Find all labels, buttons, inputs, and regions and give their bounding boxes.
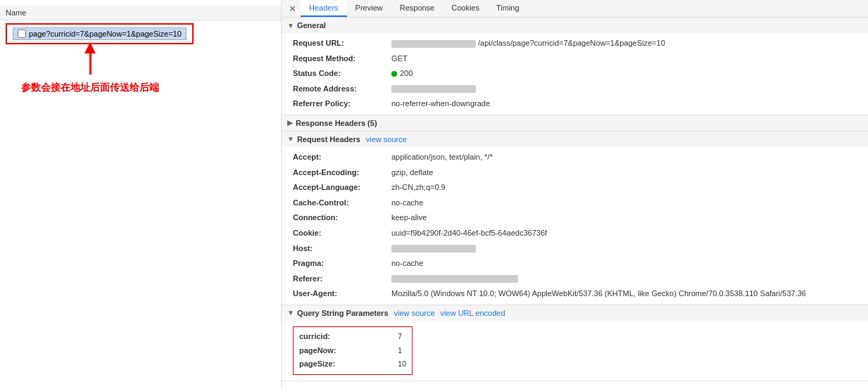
field-accept: Accept: application/json, text/plain, */… bbox=[282, 150, 868, 165]
annotation-text: 参数会接在地址后面传送给后端 bbox=[21, 82, 159, 94]
field-value-method: GET bbox=[391, 53, 408, 65]
query-params-box: curricid: 7 pageNow: 1 pageSize: 10 bbox=[293, 326, 413, 375]
field-cookie: Cookie: uuid=f9b4290f-2d40-46ef-bcf5-64a… bbox=[282, 226, 868, 241]
field-value-user-agent: Mozilla/5.0 (Windows NT 10.0; WOW64) App… bbox=[391, 288, 806, 300]
request-headers-content: Accept: application/json, text/plain, */… bbox=[282, 147, 868, 305]
field-label-pragma: Pragma: bbox=[293, 257, 391, 270]
general-title: General bbox=[297, 21, 326, 30]
query-string-section: ▼ Query String Parameters view source vi… bbox=[282, 305, 868, 381]
redacted-host bbox=[391, 245, 476, 253]
param-curricid: curricid: 7 bbox=[299, 330, 406, 344]
field-label-accept: Accept: bbox=[293, 151, 391, 164]
general-section-header[interactable]: ▼ General bbox=[282, 18, 868, 33]
request-headers-section-header[interactable]: ▼ Request Headers view source bbox=[282, 132, 868, 147]
response-headers-title: Response Headers (5) bbox=[296, 119, 377, 127]
field-referrer-policy: Referrer Policy: no-referrer-when-downgr… bbox=[282, 96, 868, 112]
param-value-pagenow: 1 bbox=[398, 345, 402, 357]
query-string-view-source[interactable]: view source bbox=[394, 309, 435, 317]
field-label-cache-control: Cache-Control: bbox=[293, 197, 391, 210]
field-connection: Connection: keep-alive bbox=[282, 210, 868, 226]
field-request-url: Request URL: /api/class/page?curricid=7&… bbox=[282, 36, 868, 51]
field-label-referrer-policy: Referrer Policy: bbox=[293, 98, 391, 110]
status-green-dot bbox=[391, 71, 397, 77]
name-column-header: Name bbox=[0, 6, 281, 20]
field-value-referrer-policy: no-referrer-when-downgrade bbox=[391, 98, 490, 110]
query-string-toggle-icon: ▼ bbox=[287, 309, 294, 317]
field-label-connection: Connection: bbox=[293, 212, 391, 224]
response-headers-section: ▶ Response Headers (5) bbox=[282, 115, 868, 132]
field-cache-control: Cache-Control: no-cache bbox=[282, 196, 868, 211]
param-label-pagesize: pageSize: bbox=[299, 358, 398, 371]
field-host: Host: bbox=[282, 241, 868, 257]
request-headers-title: Request Headers bbox=[297, 135, 360, 144]
field-label-request-url: Request URL: bbox=[293, 37, 391, 50]
query-string-title: Query String Parameters bbox=[297, 309, 389, 317]
field-value-status: 200 bbox=[391, 68, 413, 80]
tab-timing[interactable]: Timing bbox=[488, 0, 528, 17]
annotation-container: 参数会接在地址后面传送给后端 bbox=[21, 42, 159, 94]
field-value-cookie: uuid=f9b4290f-2d40-46ef-bcf5-64aedc36736… bbox=[391, 227, 547, 240]
response-headers-section-header[interactable]: ▶ Response Headers (5) bbox=[282, 115, 868, 131]
field-value-request-url: /api/class/page?curricid=7&pageNow=1&pag… bbox=[391, 37, 665, 50]
field-label-cookie: Cookie: bbox=[293, 227, 391, 240]
param-value-curricid: 7 bbox=[398, 331, 402, 343]
arrow-up-icon bbox=[84, 42, 96, 53]
query-string-content: curricid: 7 pageNow: 1 pageSize: 10 bbox=[282, 321, 868, 381]
tab-preview[interactable]: Preview bbox=[347, 0, 391, 17]
field-value-connection: keep-alive bbox=[391, 212, 427, 224]
network-item-url: page?curricid=7&pageNow=1&pageSize=10 bbox=[29, 30, 182, 38]
field-label-user-agent: User-Agent: bbox=[293, 288, 391, 300]
field-label-accept-encoding: Accept-Encoding: bbox=[293, 167, 391, 179]
param-label-curricid: curricid: bbox=[299, 331, 398, 343]
network-item-wrapper: page?curricid=7&pageNow=1&pageSize=10 bbox=[6, 23, 194, 44]
redacted-url-prefix bbox=[391, 40, 476, 48]
tab-response[interactable]: Response bbox=[391, 0, 444, 17]
field-label-host: Host: bbox=[293, 243, 391, 255]
general-toggle-icon: ▼ bbox=[287, 22, 294, 30]
field-value-referer bbox=[391, 273, 518, 286]
redacted-remote bbox=[391, 85, 476, 93]
field-label-remote: Remote Address: bbox=[293, 83, 391, 96]
general-section-content: Request URL: /api/class/page?curricid=7&… bbox=[282, 33, 868, 115]
query-string-section-header[interactable]: ▼ Query String Parameters view source vi… bbox=[282, 305, 868, 321]
right-panel: ✕ Headers Preview Response Cookies Timin… bbox=[282, 0, 868, 389]
field-accept-language: Accept-Language: zh-CN,zh;q=0.9 bbox=[282, 180, 868, 196]
redacted-referer bbox=[391, 275, 518, 283]
request-headers-section: ▼ Request Headers view source Accept: ap… bbox=[282, 132, 868, 305]
field-label-method: Request Method: bbox=[293, 53, 391, 65]
network-item[interactable]: page?curricid=7&pageNow=1&pageSize=10 bbox=[13, 27, 187, 40]
tab-cookies[interactable]: Cookies bbox=[443, 0, 488, 17]
field-remote-address: Remote Address: bbox=[282, 82, 868, 97]
response-headers-toggle-icon: ▶ bbox=[287, 119, 293, 127]
field-value-remote bbox=[391, 83, 476, 96]
field-value-host bbox=[391, 243, 476, 255]
field-label-status: Status Code: bbox=[293, 68, 391, 80]
param-label-pagenow: pageNow: bbox=[299, 345, 398, 357]
field-accept-encoding: Accept-Encoding: gzip, deflate bbox=[282, 165, 868, 181]
field-user-agent: User-Agent: Mozilla/5.0 (Windows NT 10.0… bbox=[282, 286, 868, 302]
close-icon[interactable]: ✕ bbox=[284, 1, 301, 17]
field-label-referer: Referer: bbox=[293, 273, 391, 286]
field-value-pragma: no-cache bbox=[391, 257, 423, 270]
general-section: ▼ General Request URL: /api/class/page?c… bbox=[282, 18, 868, 115]
field-label-accept-language: Accept-Language: bbox=[293, 181, 391, 194]
param-value-pagesize: 10 bbox=[398, 358, 406, 371]
field-value-accept-encoding: gzip, deflate bbox=[391, 167, 433, 179]
param-pagesize: pageSize: 10 bbox=[299, 357, 406, 371]
field-status-code: Status Code: 200 bbox=[282, 66, 868, 82]
field-request-method: Request Method: GET bbox=[282, 51, 868, 67]
field-pragma: Pragma: no-cache bbox=[282, 256, 868, 272]
tab-headers[interactable]: Headers bbox=[301, 0, 347, 17]
left-panel: Name page?curricid=7&pageNow=1&pageSize=… bbox=[0, 0, 282, 389]
arrow-shaft bbox=[89, 53, 92, 75]
request-headers-toggle-icon: ▼ bbox=[287, 135, 294, 143]
network-item-checkbox[interactable] bbox=[18, 30, 26, 38]
field-value-accept: application/json, text/plain, */* bbox=[391, 151, 493, 164]
field-value-cache-control: no-cache bbox=[391, 197, 423, 210]
param-pagenow: pageNow: 1 bbox=[299, 344, 406, 358]
query-string-view-url-encoded[interactable]: view URL encoded bbox=[441, 309, 505, 317]
tabs-bar: ✕ Headers Preview Response Cookies Timin… bbox=[282, 0, 868, 18]
field-value-accept-language: zh-CN,zh;q=0.9 bbox=[391, 181, 446, 194]
field-referer: Referer: bbox=[282, 272, 868, 287]
request-headers-view-source[interactable]: view source bbox=[366, 135, 407, 144]
